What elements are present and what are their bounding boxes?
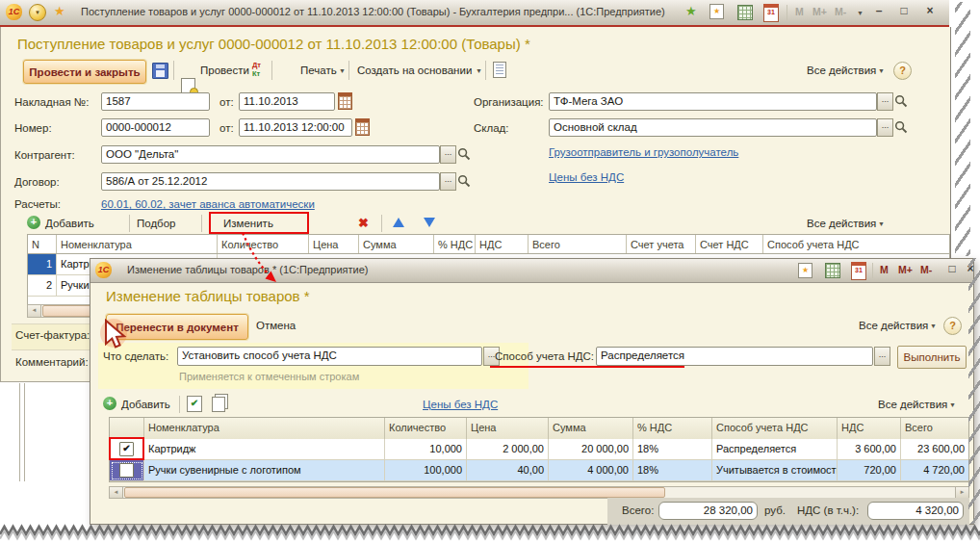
invoice-number-input[interactable]: 1587: [101, 92, 210, 111]
pick-button[interactable]: Подбор: [137, 218, 176, 229]
print-menu-button[interactable]: Печать: [300, 65, 337, 76]
add-row-icon[interactable]: +: [27, 216, 40, 229]
col-vat-pct[interactable]: % НДС: [633, 418, 712, 439]
organization-input[interactable]: ТФ-Мега ЗАО: [549, 92, 877, 111]
memory-m-button[interactable]: M: [880, 264, 889, 275]
scroll-right-icon[interactable]: ►: [955, 487, 968, 498]
vat-total-value-field: 4 320,00: [867, 502, 964, 520]
table-row[interactable]: ✔ Картридж 10,000 2 000,00 20 000,00 18%…: [110, 439, 968, 460]
add-row-button[interactable]: Добавить: [45, 218, 94, 229]
favorites-star-icon[interactable]: ★: [54, 5, 65, 17]
maximize-button[interactable]: □: [893, 4, 915, 19]
col-total[interactable]: Всего: [901, 418, 968, 439]
col-price[interactable]: Цена: [467, 418, 549, 439]
col-vat-pct[interactable]: % НДС: [434, 235, 476, 253]
move-up-icon[interactable]: [393, 218, 404, 227]
col-n[interactable]: N: [28, 235, 57, 253]
contractor-select-button[interactable]: ...: [440, 145, 456, 164]
cancel-button[interactable]: Отмена: [256, 320, 296, 331]
table-all-actions-button[interactable]: Все действия: [807, 218, 876, 229]
warehouse-input[interactable]: Основной склад: [549, 118, 877, 137]
add-to-favorites-icon[interactable]: ★: [685, 5, 697, 17]
warehouse-search-icon[interactable]: [894, 120, 908, 138]
close-button[interactable]: ×: [919, 4, 941, 19]
contract-input[interactable]: 586/А от 25.12.2012: [101, 172, 440, 191]
all-actions-button[interactable]: Все действия: [807, 65, 876, 76]
col-vat[interactable]: НДС: [476, 235, 529, 253]
calculator-icon[interactable]: [825, 263, 840, 278]
minimize-button[interactable]: –: [868, 4, 890, 19]
dialog-prices-without-vat-link[interactable]: Цены без НДС: [423, 399, 498, 410]
vat-method-input[interactable]: Распределяется: [596, 347, 873, 366]
scrollbar-thumb[interactable]: [124, 487, 665, 498]
consignee-link[interactable]: Грузоотправитель и грузополучатель: [549, 146, 738, 158]
col-quantity[interactable]: Количество: [385, 418, 467, 439]
dialog-table-all-actions-button[interactable]: Все действия: [878, 399, 947, 410]
scrollbar-track[interactable]: [666, 487, 955, 498]
favorites-list-icon[interactable]: ★: [798, 263, 812, 278]
calendar-icon[interactable]: 31: [763, 4, 779, 22]
col-account[interactable]: Счет учета: [627, 235, 696, 253]
col-vat-method[interactable]: Способ учета НДС: [763, 235, 949, 253]
dialog-add-row-button[interactable]: Добавить: [121, 399, 170, 410]
scroll-left-icon[interactable]: ◄: [28, 305, 41, 317]
dialog-help-button[interactable]: ?: [943, 317, 962, 335]
col-total[interactable]: Всего: [529, 235, 627, 253]
main-menu-button[interactable]: ▼: [29, 4, 46, 21]
add-row-icon[interactable]: +: [103, 397, 116, 410]
favorites-list-icon[interactable]: ★: [709, 4, 724, 19]
settlements-link[interactable]: 60.01, 60.02, зачет аванса автоматически: [101, 198, 315, 210]
datetime-input[interactable]: 11.10.2013 12:00:00: [239, 118, 352, 137]
post-button[interactable]: Провести: [200, 65, 249, 76]
vat-method-select-button[interactable]: ...: [874, 347, 890, 366]
check-all-icon[interactable]: ✔: [187, 396, 202, 412]
contract-select-button[interactable]: ...: [440, 172, 456, 191]
move-down-icon[interactable]: [424, 218, 435, 227]
help-button[interactable]: ?: [893, 62, 912, 80]
date-picker-icon[interactable]: [355, 118, 370, 136]
row-checkbox-unchecked[interactable]: [119, 463, 134, 478]
contractor-search-icon[interactable]: [457, 147, 471, 165]
dialog-all-actions-button[interactable]: Все действия: [859, 320, 928, 331]
col-vat[interactable]: НДС: [838, 418, 901, 439]
warehouse-select-button[interactable]: ...: [877, 118, 893, 137]
contract-search-icon[interactable]: [457, 174, 471, 192]
col-checkbox[interactable]: [110, 418, 144, 439]
organization-search-icon[interactable]: [894, 94, 908, 112]
calculator-icon[interactable]: [737, 5, 753, 20]
col-nomenclature[interactable]: Номенклатура: [144, 418, 385, 439]
col-nomenclature[interactable]: Номенклатура: [57, 235, 218, 253]
uncheck-all-icon[interactable]: [212, 397, 225, 412]
what-to-do-input[interactable]: Установить способ учета НДС: [177, 347, 482, 366]
number-input[interactable]: 0000-000012: [101, 118, 210, 137]
post-and-close-button[interactable]: Провести и закрыть: [23, 60, 146, 84]
document-date-input[interactable]: 11.10.2013: [239, 92, 335, 111]
table-row-selected[interactable]: Ручки сувенирные с логотипом 100,000 40,…: [110, 460, 968, 481]
col-sum[interactable]: Сумма: [549, 418, 633, 439]
separator: [173, 61, 174, 80]
date-picker-icon[interactable]: [338, 92, 352, 110]
price-cell: 2 000,00: [467, 439, 549, 460]
col-vat-account[interactable]: Счет НДС: [696, 235, 763, 253]
save-icon[interactable]: [152, 63, 168, 79]
col-vat-method[interactable]: Способ учета НДС: [712, 418, 838, 439]
separator: [787, 5, 787, 20]
col-price[interactable]: Цена: [309, 235, 359, 253]
contractor-input[interactable]: ООО "Дельта": [101, 145, 440, 164]
calendar-icon[interactable]: 31: [851, 262, 866, 280]
memory-m-plus-button[interactable]: M+: [898, 264, 913, 275]
checkbox-cell[interactable]: [110, 460, 144, 481]
chevron-down-icon[interactable]: ▼: [857, 10, 864, 16]
report-icon[interactable]: [493, 62, 506, 78]
col-sum[interactable]: Сумма: [359, 235, 434, 253]
scroll-left-icon[interactable]: ◄: [110, 487, 123, 498]
organization-select-button[interactable]: ...: [877, 92, 893, 111]
delete-row-icon[interactable]: ✖: [358, 217, 369, 229]
app-logo-icon: 1С: [6, 4, 22, 20]
create-based-on-button[interactable]: Создать на основании: [357, 65, 472, 76]
dt-kt-postings-icon[interactable]: ДтКт: [252, 61, 261, 78]
contract-label: Договор:: [14, 176, 60, 188]
memory-m-minus-button[interactable]: M-: [920, 264, 932, 275]
execute-button[interactable]: Выполнить: [897, 346, 967, 369]
prices-without-vat-link[interactable]: Цены без НДС: [549, 171, 624, 183]
